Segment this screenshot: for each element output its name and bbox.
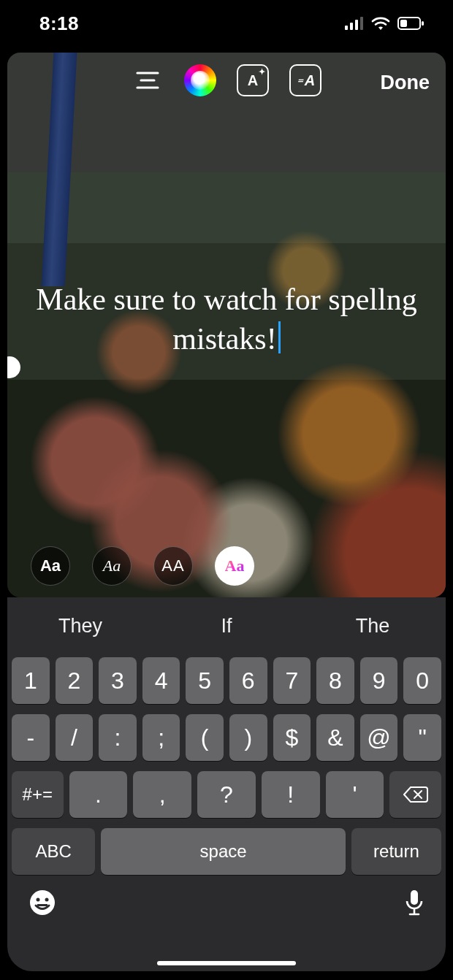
color-wheel-icon: [184, 64, 216, 96]
key-2[interactable]: 2: [56, 657, 94, 704]
key-at[interactable]: @: [360, 714, 398, 761]
wifi-icon: [371, 16, 390, 31]
key-abc[interactable]: ABC: [12, 828, 95, 875]
text-effect-button[interactable]: A ✦: [235, 63, 270, 98]
key-row-2: - / : ; ( ) $ & @ ": [12, 714, 441, 761]
story-canvas[interactable]: A ✦ ＝ A Done Make sure to watch for spel…: [7, 53, 446, 597]
svg-rect-15: [37, 904, 47, 906]
suggestion-2[interactable]: The: [300, 615, 446, 638]
key-question[interactable]: ?: [197, 771, 256, 818]
svg-point-13: [37, 898, 40, 902]
suggestion-1[interactable]: If: [153, 615, 300, 638]
svg-rect-16: [411, 890, 418, 905]
status-indicators: [345, 16, 424, 31]
svg-rect-2: [355, 20, 358, 30]
key-slash[interactable]: /: [56, 714, 94, 761]
font-option-label: AA: [161, 556, 184, 575]
svg-point-14: [45, 898, 49, 902]
key-8[interactable]: 8: [316, 657, 354, 704]
text-animate-letter: A: [305, 72, 315, 89]
battery-icon: [397, 17, 424, 30]
key-semicolon[interactable]: ;: [142, 714, 180, 761]
story-text-value: Make sure to watch for spellng mistaks!: [36, 283, 416, 356]
key-1[interactable]: 1: [12, 657, 50, 704]
key-row-3: #+= . , ? ! ': [12, 771, 441, 818]
key-row-bottom: ABC space return: [7, 828, 446, 875]
motion-lines-icon: ＝: [296, 74, 303, 87]
svg-rect-0: [345, 26, 348, 30]
done-button[interactable]: Done: [381, 72, 430, 94]
key-row-1: 1 2 3 4 5 6 7 8 9 0: [12, 657, 441, 704]
status-bar: 8:18: [0, 0, 453, 47]
font-option-label: Aa: [40, 556, 61, 575]
font-option-0[interactable]: Aa: [31, 546, 70, 586]
key-0[interactable]: 0: [403, 657, 441, 704]
key-dash[interactable]: -: [12, 714, 50, 761]
key-5[interactable]: 5: [186, 657, 224, 704]
story-text-input[interactable]: Make sure to watch for spellng mistaks!: [7, 280, 446, 359]
text-toolbar: A ✦ ＝ A Done: [7, 63, 446, 98]
text-effect-letter: A: [248, 72, 258, 89]
home-indicator[interactable]: [157, 961, 296, 965]
key-return[interactable]: return: [351, 828, 441, 875]
text-animate-icon: ＝ A: [289, 64, 321, 96]
svg-rect-1: [350, 23, 353, 30]
key-quote[interactable]: ": [403, 714, 441, 761]
key-amp[interactable]: &: [316, 714, 354, 761]
font-option-label: Aa: [103, 556, 121, 575]
key-exclaim[interactable]: !: [262, 771, 320, 818]
svg-point-12: [30, 890, 55, 915]
font-option-3[interactable]: Aa: [215, 546, 254, 586]
suggestion-bar: They If The: [7, 597, 446, 654]
device-frame: 8:18 A ✦: [0, 0, 453, 980]
keyboard: They If The 1 2 3 4 5 6 7 8 9 0 - / : ;: [7, 597, 446, 971]
key-comma[interactable]: ,: [133, 771, 191, 818]
key-symbols-shift[interactable]: #+=: [12, 771, 64, 818]
font-option-label: Aa: [225, 556, 245, 575]
key-dollar[interactable]: $: [273, 714, 311, 761]
backspace-icon: [403, 786, 428, 803]
font-style-picker: Aa Aa AA Aa: [7, 546, 446, 586]
font-option-2[interactable]: AA: [153, 546, 193, 586]
suggestion-0[interactable]: They: [7, 615, 153, 638]
key-3[interactable]: 3: [99, 657, 137, 704]
text-cursor: [278, 321, 281, 353]
status-time: 8:18: [39, 12, 79, 35]
key-colon[interactable]: :: [99, 714, 137, 761]
key-4[interactable]: 4: [142, 657, 180, 704]
dictation-button[interactable]: [403, 888, 425, 917]
font-option-1[interactable]: Aa: [92, 546, 132, 586]
text-animate-button[interactable]: ＝ A: [288, 63, 323, 98]
svg-rect-6: [422, 21, 424, 26]
svg-rect-5: [400, 20, 407, 27]
key-paren-close[interactable]: ): [229, 714, 267, 761]
key-9[interactable]: 9: [360, 657, 398, 704]
color-picker-button[interactable]: [183, 63, 218, 98]
svg-rect-3: [360, 17, 363, 30]
sparkle-icon: ✦: [259, 67, 265, 77]
key-backspace[interactable]: [389, 771, 441, 818]
key-apostrophe[interactable]: ': [326, 771, 384, 818]
cellular-icon: [345, 17, 364, 30]
key-7[interactable]: 7: [273, 657, 311, 704]
key-period[interactable]: .: [69, 771, 128, 818]
key-rows: 1 2 3 4 5 6 7 8 9 0 - / : ; ( ) $ & @: [7, 654, 446, 818]
keyboard-footer: [7, 882, 446, 917]
emoji-button[interactable]: [28, 888, 57, 917]
key-space[interactable]: space: [101, 828, 345, 875]
key-paren-open[interactable]: (: [186, 714, 224, 761]
key-6[interactable]: 6: [229, 657, 267, 704]
text-effect-icon: A ✦: [237, 64, 269, 96]
alignment-button[interactable]: [130, 63, 165, 98]
